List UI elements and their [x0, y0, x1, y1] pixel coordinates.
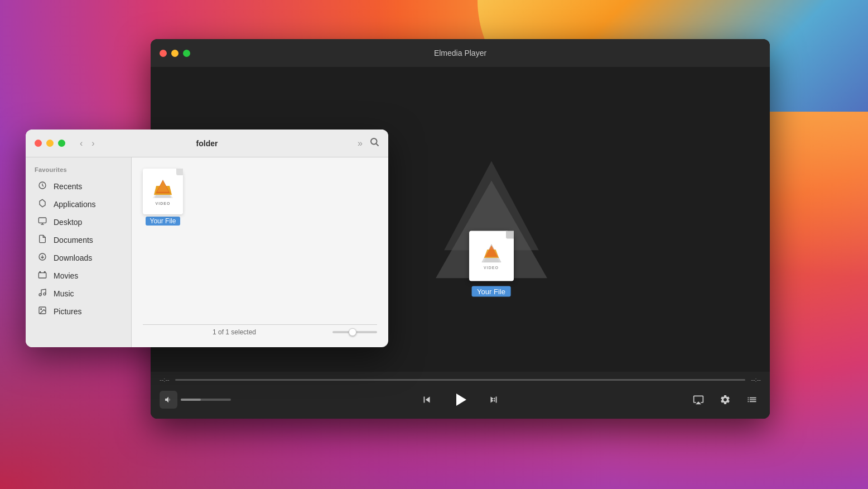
finder-body: Favourites Recents Applications [26, 157, 388, 347]
svg-point-16 [39, 294, 41, 296]
sidebar-item-music[interactable]: Music [28, 285, 129, 303]
sidebar-section-favourites: Favourites [26, 166, 131, 178]
progress-track[interactable] [175, 379, 746, 381]
file-icon-logo [152, 178, 174, 200]
play-icon [456, 394, 466, 406]
progress-bar-row: --:-- --:-- [160, 376, 761, 383]
time-end: --:-- [751, 376, 761, 383]
file-item[interactable]: VIDEO Your File [143, 169, 183, 226]
controls-row [160, 387, 761, 412]
finder-toolbar-right: » [358, 137, 379, 150]
skip-forward-button[interactable] [484, 390, 504, 410]
finder-back-button[interactable]: ‹ [76, 137, 86, 150]
finder-search-button[interactable] [369, 137, 379, 150]
volume-slider[interactable] [181, 399, 231, 401]
player-titlebar: Elmedia Player [151, 39, 770, 67]
sidebar-item-recents[interactable]: Recents [28, 178, 129, 195]
svg-point-19 [41, 309, 42, 310]
player-minimize-button[interactable] [171, 50, 179, 57]
file-icon: VIDEO [143, 169, 183, 214]
airplay-button[interactable] [689, 391, 707, 409]
sidebar-label-documents: Documents [54, 236, 93, 244]
logo-shape: VIDEO Your File [436, 161, 547, 267]
file-icon-label: VIDEO [156, 202, 171, 205]
pictures-icon [37, 306, 48, 317]
desktop-icon [37, 217, 48, 228]
applications-icon [37, 199, 48, 210]
right-controls [689, 391, 761, 409]
sidebar-item-pictures[interactable]: Pictures [28, 303, 129, 320]
sidebar-label-downloads: Downloads [54, 253, 92, 262]
finder-traffic-lights [35, 140, 65, 147]
player-file-icon: VIDEO Your File [469, 231, 514, 281]
svg-point-17 [44, 293, 46, 295]
transport-controls [417, 387, 504, 412]
finder-sidebar: Favourites Recents Applications [26, 157, 132, 347]
play-button[interactable] [448, 387, 472, 412]
sidebar-item-downloads[interactable]: Downloads [28, 249, 129, 267]
playlist-button[interactable] [743, 391, 761, 409]
icon-size-slider[interactable] [332, 331, 377, 333]
file-name-badge: Your File [146, 217, 181, 226]
sidebar-label-movies: Movies [54, 271, 78, 280]
recents-icon [37, 181, 48, 192]
player-maximize-button[interactable] [183, 50, 190, 57]
svg-rect-15 [38, 273, 46, 278]
finder-maximize-button[interactable] [58, 140, 65, 147]
svg-point-7 [371, 138, 377, 145]
player-traffic-lights [160, 50, 190, 57]
sidebar-item-applications[interactable]: Applications [28, 195, 129, 213]
music-icon [37, 288, 48, 299]
player-logo-watermark: VIDEO Your File [436, 161, 547, 267]
finder-content-area: VIDEO Your File [143, 169, 377, 320]
sidebar-label-desktop: Desktop [54, 218, 82, 227]
sidebar-label-pictures: Pictures [54, 307, 82, 316]
finder-folder-name: folder [196, 139, 218, 148]
sidebar-label-recents: Recents [54, 182, 82, 191]
svg-line-8 [376, 143, 378, 146]
settings-button[interactable] [716, 391, 734, 409]
volume-button[interactable] [160, 391, 177, 409]
status-text: 1 of 1 selected [143, 328, 326, 336]
finder-window: ‹ › folder » Favourites [26, 130, 388, 347]
player-close-button[interactable] [160, 50, 167, 57]
skip-back-button[interactable] [417, 390, 437, 410]
svg-rect-10 [38, 218, 46, 223]
slider-thumb[interactable] [349, 328, 356, 336]
movies-icon [37, 270, 48, 281]
player-file-name-badge: Your File [471, 286, 511, 297]
sidebar-item-desktop[interactable]: Desktop [28, 213, 129, 231]
time-start: --:-- [160, 376, 170, 383]
slider-track[interactable] [332, 331, 377, 333]
sidebar-label-music: Music [54, 289, 74, 298]
volume-control [160, 391, 231, 409]
finder-view-options-button[interactable]: » [358, 138, 363, 148]
player-title: Elmedia Player [434, 49, 486, 57]
finder-titlebar: ‹ › folder » [26, 130, 388, 157]
sidebar-label-applications: Applications [54, 200, 96, 209]
finder-main: VIDEO Your File 1 of 1 selected [132, 157, 388, 347]
finder-minimize-button[interactable] [46, 140, 54, 147]
finder-forward-button[interactable]: › [88, 137, 98, 150]
player-controls: --:-- --:-- [151, 372, 770, 419]
finder-nav: ‹ › [76, 137, 98, 150]
finder-close-button[interactable] [35, 140, 42, 147]
finder-statusbar: 1 of 1 selected [143, 324, 377, 336]
player-file-label: VIDEO [484, 265, 499, 269]
sidebar-item-documents[interactable]: Documents [28, 231, 129, 249]
downloads-icon [37, 252, 48, 263]
sidebar-item-movies[interactable]: Movies [28, 267, 129, 285]
documents-icon [37, 234, 48, 246]
